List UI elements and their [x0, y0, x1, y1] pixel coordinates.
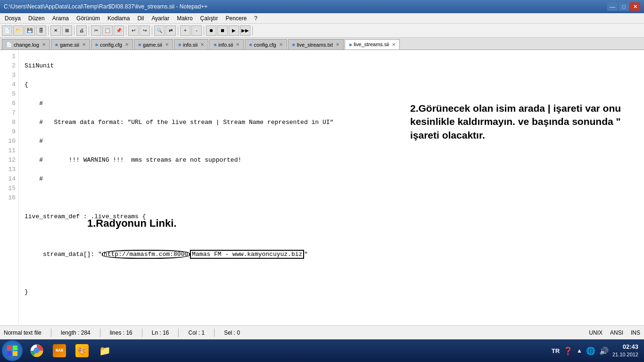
toolbar-copy[interactable]: 📋 [102, 25, 113, 36]
title-text: C:\Users\Necati\AppData\Local\Temp\Rar$D… [4, 3, 207, 10]
toolbar-sep7 [204, 26, 204, 35]
status-bar-right: UNIX ANSI INS [589, 329, 640, 336]
menu-ayarlar[interactable]: Ayarlar [149, 14, 172, 23]
status-encoding: ANSI [610, 329, 623, 336]
editor-container: 1 2 3 4 5 6 7 8 9 10 11 12 13 14 15 16 S… [0, 50, 644, 325]
toolbar-zoomin[interactable]: + [180, 25, 190, 36]
menu-calistir[interactable]: Çalıştır [198, 14, 221, 23]
line-numbers: 1 2 3 4 5 6 7 8 9 10 11 12 13 14 15 16 [0, 50, 19, 325]
svg-rect-3 [13, 351, 17, 356]
code-line-8 [25, 193, 644, 203]
menu-dil[interactable]: Dil [134, 14, 147, 23]
taskbar-paint[interactable]: 🎨 [72, 341, 92, 360]
toolbar-sep8 [252, 26, 253, 35]
tab-changelog[interactable]: 📄 change.log ✕ [2, 39, 50, 49]
code-line-6: # !!! WARNING !!! mms streams are not su… [25, 156, 644, 165]
status-length: length : 284 [61, 329, 91, 336]
toolbar-sep4 [126, 26, 126, 35]
title-bar-buttons: — □ ✕ [607, 2, 640, 11]
taskbar: RAR 🎨 📁 TR ❓ ▲ 🌐 🔊 02:43 21.10.2012 [0, 339, 644, 362]
tab-configcfg1[interactable]: ■ config.cfg ✕ [91, 39, 133, 49]
taskbar-locale: TR [552, 347, 560, 354]
annotation-label1: 1.Radyonun Linki. [87, 217, 176, 230]
toolbar-replace[interactable]: ⇄ [165, 25, 176, 36]
tab-infosii2[interactable]: ■ info.sii ✕ [209, 39, 244, 49]
toolbar-redo[interactable]: ↪ [140, 25, 150, 36]
menu-makro[interactable]: Makro [174, 14, 195, 23]
status-ln: Ln : 16 [152, 329, 169, 336]
code-line-2: { [25, 80, 644, 90]
tab-gamesii1[interactable]: ■ game.sii ✕ [51, 39, 90, 49]
clock-date: 21.10.2012 [612, 351, 638, 358]
toolbar-paste[interactable]: 📌 [114, 25, 124, 36]
clock-time: 02:43 [612, 343, 638, 351]
tab-livestreamssii[interactable]: ■ live_streams.sii ✕ [345, 39, 400, 49]
tab-bar: 📄 change.log ✕ ■ game.sii ✕ ■ config.cfg… [0, 38, 644, 50]
tab-configcfg2[interactable]: ■ config.cfg ✕ [245, 39, 287, 49]
windows-logo-icon [7, 345, 18, 356]
taskbar-chrome[interactable] [26, 341, 47, 360]
svg-rect-1 [13, 346, 17, 350]
toolbar-closeall[interactable]: ⊠ [62, 25, 72, 36]
status-sep4 [178, 329, 179, 337]
toolbar-macro-rec[interactable]: ⏺ [206, 25, 216, 36]
status-sep3 [142, 329, 142, 337]
status-filetype: Normal text file [4, 329, 41, 336]
toolbar-macro-play[interactable]: ▶ [229, 25, 239, 36]
toolbar-macro-stop[interactable]: ⏹ [217, 25, 228, 36]
toolbar-cut[interactable]: ✂ [91, 25, 101, 36]
status-sep2 [100, 329, 100, 337]
toolbar-find[interactable]: 🔍 [154, 25, 165, 36]
toolbar-print[interactable]: 🖨 [76, 25, 87, 36]
toolbar-saveall[interactable]: 🗄 [36, 25, 46, 36]
toolbar-sep6 [178, 26, 178, 35]
arrow-up-icon[interactable]: ▲ [577, 347, 582, 354]
code-line-14 [25, 306, 644, 316]
toolbar-save[interactable]: 💾 [25, 25, 35, 36]
chrome-icon [30, 344, 43, 357]
taskbar-folder[interactable]: 📁 [94, 341, 115, 360]
svg-point-7 [35, 349, 39, 353]
start-button[interactable] [2, 340, 23, 361]
taskbar-winrar[interactable]: RAR [49, 341, 70, 360]
menu-arama[interactable]: Arama [50, 14, 72, 23]
toolbar-sep3 [89, 26, 89, 35]
annotation-label2: 2.Görünecek olan isim arada | işareti va… [410, 102, 627, 142]
status-ins: INS [631, 329, 640, 336]
title-bar: C:\Users\Necati\AppData\Local\Temp\Rar$D… [0, 0, 644, 13]
status-lines: lines : 16 [110, 329, 132, 336]
menu-pencere[interactable]: Pencere [223, 14, 250, 23]
svg-rect-2 [7, 351, 12, 356]
status-col: Col : 1 [188, 329, 205, 336]
code-line-7: # [25, 174, 644, 184]
tab-infosii1[interactable]: ■ info.sii ✕ [174, 39, 208, 49]
code-editor[interactable]: SiiNunit { # # Stream data format: "URL … [19, 50, 644, 325]
volume-icon[interactable]: 🔊 [599, 346, 609, 355]
close-button[interactable]: ✕ [630, 2, 640, 11]
menu-dosya[interactable]: Dosya [2, 14, 24, 23]
menu-bar: Dosya Düzen Arama Görünüm Kodlama Dil Ay… [0, 13, 644, 24]
code-line-10 [25, 231, 644, 240]
status-sep1 [51, 329, 51, 337]
toolbar-sep2 [74, 26, 74, 35]
menu-help[interactable]: ? [251, 14, 260, 23]
status-sep5 [214, 329, 215, 337]
menu-kodlama[interactable]: Kodlama [105, 14, 132, 23]
toolbar-zoomout[interactable]: - [191, 25, 202, 36]
maximize-button[interactable]: □ [619, 2, 629, 11]
toolbar-sep1 [48, 26, 49, 35]
toolbar-undo[interactable]: ↩ [128, 25, 139, 36]
network-icon: 🌐 [586, 346, 595, 355]
tab-gamesii2[interactable]: ■ game.sii ✕ [134, 39, 173, 49]
status-sel: Sel : 0 [224, 329, 240, 336]
toolbar-open[interactable]: 📁 [13, 25, 24, 36]
help-icon[interactable]: ❓ [563, 346, 573, 355]
svg-rect-0 [7, 346, 12, 350]
toolbar-run[interactable]: ▶▶ [240, 25, 250, 36]
menu-gorunum[interactable]: Görünüm [74, 14, 103, 23]
menu-duzen[interactable]: Düzen [25, 14, 48, 23]
minimize-button[interactable]: — [607, 2, 618, 11]
toolbar-new[interactable]: 📄 [2, 25, 12, 36]
tab-livestreamstxt[interactable]: ■ live_streams.txt ✕ [288, 39, 344, 49]
toolbar-close[interactable]: ✕ [50, 25, 61, 36]
